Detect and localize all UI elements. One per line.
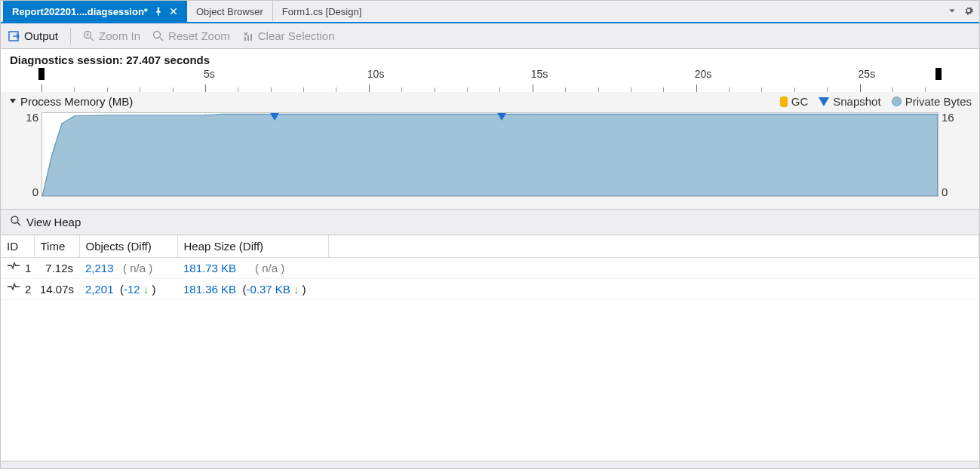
tab-active-report[interactable]: Report202201....diagsession* (3, 1, 187, 22)
cell-heap[interactable]: 181.73 KB ( n/a ) (177, 258, 328, 279)
tab-label: Report202201....diagsession* (12, 6, 148, 17)
snapshot-table: ID Time Objects (Diff) Heap Size (Diff) … (1, 235, 979, 300)
tabs-dropdown-icon[interactable] (948, 6, 957, 17)
collapse-icon[interactable] (8, 95, 17, 108)
view-heap-bar: View Heap (1, 210, 979, 235)
cell-heap[interactable]: 181.36 KB (-0.37 KB ↓ ) (177, 279, 328, 300)
chart-legend: GC Snapshot Private Bytes (780, 95, 972, 108)
reset-zoom-label: Reset Zoom (168, 29, 230, 42)
th-time[interactable]: Time (34, 235, 79, 258)
zoom-in-button[interactable]: Zoom In (83, 29, 140, 42)
chart-section: Process Memory (MB) GC Snapshot Private … (1, 92, 979, 210)
status-bar (1, 461, 979, 468)
legend-snapshot: Snapshot (833, 95, 880, 108)
y-axis-right-min: 0 (942, 185, 948, 198)
empty-area (1, 300, 979, 461)
th-heap[interactable]: Heap Size (Diff) (177, 235, 328, 258)
cell-objects[interactable]: 2,213 ( n/a ) (79, 258, 177, 279)
th-id[interactable]: ID (1, 235, 34, 258)
privatebytes-swatch-icon (892, 97, 902, 106)
toolbar: Output Zoom In Reset Zoom Clear Selectio… (1, 23, 979, 49)
svg-rect-9 (250, 34, 252, 41)
session-header: Diagnostics session: 27.407 seconds (1, 49, 979, 69)
table-row[interactable]: 17.12s2,213 ( n/a )181.73 KB ( n/a ) (1, 258, 979, 279)
ruler-label: 15s (531, 68, 548, 80)
view-heap-label: View Heap (26, 216, 81, 228)
tab-label: Form1.cs [Design] (282, 6, 361, 17)
arrow-down-icon: ↓ (293, 283, 300, 296)
svg-line-16 (17, 222, 20, 225)
snapshot-row-icon (1, 258, 19, 279)
cell-id: 1 (19, 258, 34, 279)
zoom-in-label: Zoom In (99, 29, 140, 42)
y-axis-right-max: 16 (942, 111, 954, 124)
gear-icon[interactable] (964, 6, 973, 17)
cell-id: 2 (19, 279, 34, 300)
svg-point-5 (154, 31, 161, 38)
tab-form1-design[interactable]: Form1.cs [Design] (273, 1, 370, 22)
ruler-label: 25s (859, 68, 876, 80)
clear-selection-label: Clear Selection (258, 29, 335, 42)
output-label: Output (24, 29, 58, 42)
toolbar-separator (70, 28, 71, 44)
clear-selection-button[interactable]: Clear Selection (242, 29, 335, 42)
tab-object-browser[interactable]: Object Browser (187, 1, 273, 22)
session-label: Diagnostics session: (10, 54, 126, 66)
svg-line-6 (160, 38, 163, 41)
output-button[interactable]: Output (8, 29, 58, 42)
session-duration: 27.407 seconds (126, 54, 210, 66)
chart-title: Process Memory (MB) (20, 95, 133, 108)
ruler-end-marker[interactable] (935, 68, 942, 80)
cell-time: 7.12s (34, 258, 79, 279)
y-axis-max: 16 (26, 111, 38, 124)
snapshot-swatch-icon (819, 97, 829, 106)
cell-objects[interactable]: 2,201 (-12 ↓ ) (79, 279, 177, 300)
gc-swatch-icon (780, 97, 788, 107)
reset-zoom-button[interactable]: Reset Zoom (152, 29, 230, 42)
pin-icon[interactable] (154, 7, 163, 16)
cell-time: 14.07s (34, 279, 79, 300)
snapshot-row-icon (1, 279, 19, 300)
snapshot-marker-icon[interactable] (269, 112, 280, 121)
ruler-start-marker[interactable] (38, 68, 45, 80)
th-objects[interactable]: Objects (Diff) (79, 235, 177, 258)
legend-gc: GC (791, 95, 809, 108)
svg-rect-8 (247, 35, 249, 41)
th-spacer (328, 235, 979, 258)
search-icon (10, 215, 22, 229)
time-ruler[interactable]: 5s10s15s20s25s (1, 69, 979, 92)
legend-private-bytes: Private Bytes (905, 95, 972, 108)
ruler-label: 5s (204, 68, 215, 80)
svg-rect-7 (244, 37, 246, 41)
svg-line-2 (91, 38, 94, 41)
snapshot-marker-icon[interactable] (496, 112, 507, 121)
table-row[interactable]: 214.07s2,201 (-12 ↓ )181.36 KB (-0.37 KB… (1, 279, 979, 300)
arrow-down-icon: ↓ (143, 283, 149, 296)
chart-plot[interactable] (41, 112, 939, 197)
ruler-label: 10s (367, 68, 385, 80)
tab-bar: Report202201....diagsession* Object Brow… (1, 1, 979, 23)
tab-label: Object Browser (196, 6, 263, 17)
close-icon[interactable] (169, 7, 178, 16)
y-axis-min: 0 (32, 185, 38, 198)
ruler-label: 20s (695, 68, 712, 80)
svg-point-15 (11, 216, 18, 223)
